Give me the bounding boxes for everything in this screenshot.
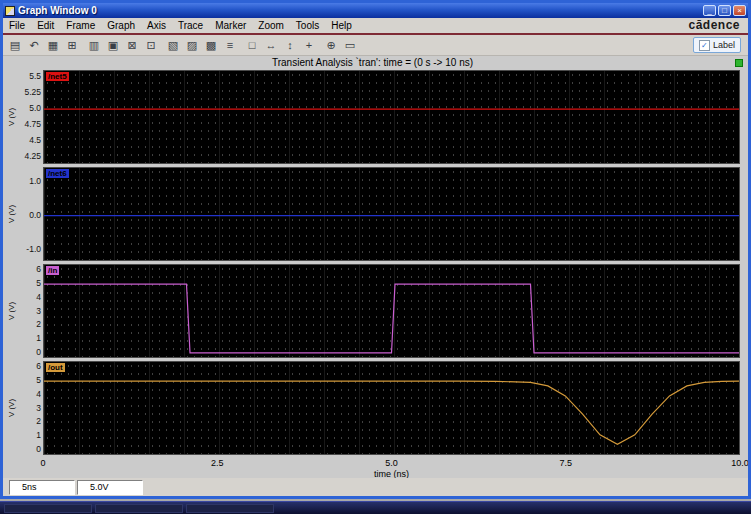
trace-label-net6[interactable]: /net6 [46, 169, 69, 178]
y-tick-label: 0.0 [29, 210, 41, 220]
taskbar [0, 501, 751, 514]
y-tick-label: 0 [36, 444, 41, 454]
y-axis-ticks: 6543210 [16, 361, 43, 455]
graph-window: Graph Window 0 _ □ × FileEditFrameGraphA… [0, 0, 751, 499]
x-tick-label: 0 [40, 458, 45, 468]
menu-file[interactable]: File [3, 20, 31, 31]
x-tick-label: 5.0 [385, 458, 398, 468]
waveform-plot-net6[interactable]: /net6 [43, 167, 740, 261]
trace-label-in[interactable]: /in [46, 266, 59, 275]
cadence-logo: cādence [688, 18, 740, 31]
y-tick-label: 1 [36, 333, 41, 343]
y-axis-ticks: 1.00.0-1.0 [16, 167, 43, 261]
waveform-plot-in[interactable]: /in [43, 264, 740, 358]
waveform-plot-out[interactable]: /out [43, 361, 740, 455]
zoom-y-button[interactable]: ↕ [281, 37, 299, 54]
menu-tools[interactable]: Tools [290, 20, 325, 31]
y-tick-label: 3 [36, 306, 41, 316]
run-status-indicator [735, 59, 743, 67]
x-tick-label: 10.0 [731, 458, 748, 468]
y-tick-label: 5 [36, 278, 41, 288]
y-tick-label: 4.5 [29, 135, 41, 145]
panel-in: V (V) 6543210 /in [5, 264, 740, 358]
menu-marker[interactable]: Marker [209, 20, 252, 31]
snapshot-button[interactable]: ⊡ [142, 37, 160, 54]
toolbar: ▤↶▦⊞▥▣⊠⊡▧▨▩≡□↔↕+⊕▭ ✓ Label [3, 35, 748, 56]
trace-label-out[interactable]: /out [46, 363, 65, 372]
label-checkbox[interactable]: ✓ [699, 40, 710, 51]
window-title: Graph Window 0 [18, 5, 701, 16]
y-axis-title: V (V) [5, 167, 16, 261]
y-tick-label: 6 [36, 264, 41, 274]
strip-chart-button[interactable]: ▧ [164, 37, 182, 54]
trace-label-net5[interactable]: /net5 [46, 72, 69, 81]
app-icon [5, 6, 15, 16]
copy-window-button[interactable]: ⊠ [123, 37, 141, 54]
y-axis-title: V (V) [5, 361, 16, 455]
y-tick-label: 0 [36, 347, 41, 357]
taskbar-item[interactable] [4, 504, 92, 513]
y-tick-label: 2 [36, 319, 41, 329]
marker-button[interactable]: ⊕ [322, 37, 340, 54]
overlay-mode-button[interactable]: ▣ [104, 37, 122, 54]
composite-mode-button[interactable]: ▨ [183, 37, 201, 54]
y-axis-ticks: 6543210 [16, 264, 43, 358]
y-tick-label: 4.25 [24, 151, 41, 161]
cursor-y-readout[interactable]: 5.0V [77, 480, 143, 495]
panel-net5: V (V) 5.55.255.04.754.54.25 /net5 [5, 70, 740, 164]
new-subwindow-button[interactable]: ▤ [6, 37, 24, 54]
close-button[interactable]: × [733, 5, 746, 16]
cursor-x-readout[interactable]: 5ns [9, 480, 75, 495]
panel-out: V (V) 6543210 /out [5, 361, 740, 455]
panel-net6: V (V) 1.00.0-1.0 /net6 [5, 167, 740, 261]
add-subwindow-button[interactable]: ⊞ [63, 37, 81, 54]
taskbar-item[interactable] [95, 504, 183, 513]
y-axis-title: V (V) [5, 264, 16, 358]
vertical-strips-button[interactable]: ▥ [85, 37, 103, 54]
zoom-fit-button[interactable]: □ [243, 37, 261, 54]
x-tick-label: 2.5 [211, 458, 224, 468]
taskbar-item[interactable] [186, 504, 274, 513]
minimize-button[interactable]: _ [703, 5, 716, 16]
menu-zoom[interactable]: Zoom [252, 20, 290, 31]
analysis-title: Transient Analysis `tran': time = (0 s -… [5, 57, 740, 70]
menu-frame[interactable]: Frame [60, 20, 101, 31]
y-tick-label: 3 [36, 403, 41, 413]
y-tick-label: 5.25 [24, 87, 41, 97]
y-tick-label: 6 [36, 361, 41, 371]
y-tick-label: 4 [36, 389, 41, 399]
menu-help[interactable]: Help [325, 20, 358, 31]
stack-traces-button[interactable]: ≡ [221, 37, 239, 54]
toolbar-buttons: ▤↶▦⊞▥▣⊠⊡▧▨▩≡□↔↕+⊕▭ [6, 37, 359, 54]
box-zoom-button[interactable]: ▭ [341, 37, 359, 54]
x-axis-title: time (ns) [43, 469, 740, 478]
title-bar[interactable]: Graph Window 0 _ □ × [3, 3, 748, 18]
restore-button[interactable]: □ [718, 5, 731, 16]
y-tick-label: -1.0 [26, 244, 41, 254]
y-tick-label: 1 [36, 430, 41, 440]
menu-graph[interactable]: Graph [101, 20, 141, 31]
y-tick-label: 5 [36, 375, 41, 385]
label-toggle[interactable]: ✓ Label [693, 37, 741, 53]
pan-button[interactable]: + [300, 37, 318, 54]
graph-area: Transient Analysis `tran': time = (0 s -… [3, 56, 748, 478]
menu-axis[interactable]: Axis [141, 20, 172, 31]
x-tick-label: 7.5 [559, 458, 572, 468]
status-bar: 5ns 5.0V [3, 478, 748, 496]
y-tick-label: 4 [36, 292, 41, 302]
x-axis-ticks: 02.55.07.510.0 [43, 458, 740, 469]
y-tick-label: 4.75 [24, 119, 41, 129]
y-axis-ticks: 5.55.255.04.754.54.25 [16, 70, 43, 164]
waveform-plot-net5[interactable]: /net5 [43, 70, 740, 164]
menu-bar: FileEditFrameGraphAxisTraceMarkerZoomToo… [3, 18, 748, 35]
y-tick-label: 2 [36, 416, 41, 426]
menu-trace[interactable]: Trace [172, 20, 209, 31]
y-tick-label: 1.0 [29, 176, 41, 186]
grid-on-button[interactable]: ▦ [44, 37, 62, 54]
smith-mode-button[interactable]: ▩ [202, 37, 220, 54]
y-tick-label: 5.5 [29, 71, 41, 81]
menu-items: FileEditFrameGraphAxisTraceMarkerZoomToo… [3, 20, 358, 31]
zoom-x-button[interactable]: ↔ [262, 37, 280, 54]
menu-edit[interactable]: Edit [31, 20, 60, 31]
undo-button[interactable]: ↶ [25, 37, 43, 54]
